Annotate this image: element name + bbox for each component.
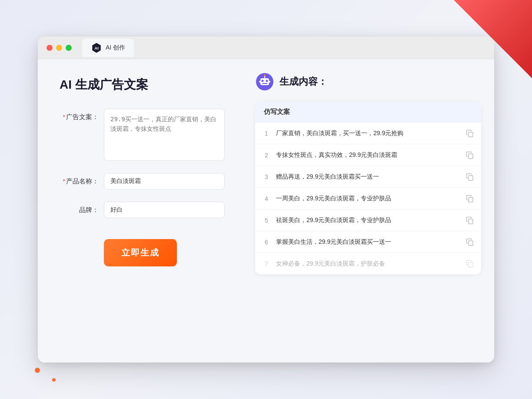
row-content: 一周美白，29.9元美白淡斑霜，专业护肤品 [276, 194, 460, 203]
table-row: 1 厂家直销，美白淡斑霜，买一送一，29.9元抢购 [255, 123, 481, 144]
right-panel: 生成内容： 仿写文案 1 厂家直销，美白淡斑霜，买一送一，29.9元抢购 2 专… [246, 59, 494, 362]
maximize-button[interactable] [66, 45, 72, 51]
row-number: 4 [262, 195, 271, 202]
copy-icon[interactable] [466, 129, 474, 138]
svg-rect-6 [262, 83, 267, 84]
dot-decoration-1 [35, 368, 40, 373]
table-header: 仿写文案 [255, 102, 481, 123]
table-row: 3 赠品再送，29.9元美白淡斑霜买一送一 [255, 166, 481, 188]
svg-rect-17 [469, 263, 473, 267]
row-number: 3 [262, 173, 271, 180]
row-content: 女神必备，29.9元美白淡斑霜，护肤必备 [276, 259, 460, 268]
svg-point-10 [269, 81, 270, 83]
svg-rect-3 [260, 78, 269, 85]
copy-icon[interactable] [466, 151, 474, 160]
brand-group: 品牌： [60, 202, 225, 218]
svg-rect-13 [469, 176, 473, 180]
row-number: 6 [262, 239, 271, 246]
svg-rect-12 [469, 154, 473, 159]
minimize-button[interactable] [56, 45, 62, 51]
row-content: 厂家直销，美白淡斑霜，买一送一，29.9元抢购 [276, 129, 460, 138]
brand-label: 品牌： [60, 202, 99, 214]
row-number: 7 [262, 260, 271, 267]
svg-rect-14 [469, 197, 473, 202]
traffic-lights [47, 45, 72, 51]
svg-rect-15 [469, 219, 473, 224]
ad-copy-input[interactable] [104, 109, 225, 161]
table-row: 2 专抹女性斑点，真实功效，29.9元美白淡斑霜 [255, 144, 481, 166]
ai-logo-icon: AI [91, 42, 102, 53]
page-title: AI 生成广告文案 [60, 76, 225, 93]
ad-copy-label: *广告文案： [60, 109, 99, 121]
robot-icon [255, 72, 274, 91]
row-content: 祛斑美白，29.9元美白淡斑霜，专业护肤品 [276, 216, 460, 225]
ad-copy-group: *广告文案： [60, 109, 225, 161]
brand-input[interactable] [104, 202, 225, 218]
row-content: 掌握美白生活，29.9元美白淡斑霜买一送一 [276, 237, 460, 246]
copy-icon[interactable] [466, 173, 474, 181]
copy-icon[interactable] [466, 238, 474, 246]
result-table: 仿写文案 1 厂家直销，美白淡斑霜，买一送一，29.9元抢购 2 专抹女性斑点，… [255, 102, 481, 274]
copy-icon[interactable] [466, 216, 474, 225]
ai-tab[interactable]: AI AI 创作 [82, 39, 134, 57]
product-name-label: *产品名称： [60, 173, 99, 186]
browser-window: AI AI 创作 AI 生成广告文案 *广告文案： *产品名称： [38, 37, 494, 362]
title-bar: AI AI 创作 [38, 37, 494, 59]
tab-label: AI 创作 [106, 44, 125, 52]
product-name-group: *产品名称： [60, 173, 225, 190]
copy-icon[interactable] [466, 194, 474, 203]
table-row: 7 女神必备，29.9元美白淡斑霜，护肤必备 [255, 253, 481, 274]
result-header: 生成内容： [255, 72, 481, 91]
generate-button[interactable]: 立即生成 [104, 239, 177, 266]
row-content: 赠品再送，29.9元美白淡斑霜买一送一 [276, 172, 460, 181]
product-name-input[interactable] [104, 173, 225, 190]
svg-text:AI: AI [94, 46, 99, 50]
dot-decoration-2 [52, 378, 56, 382]
svg-rect-16 [469, 241, 473, 246]
results-list: 1 厂家直销，美白淡斑霜，买一送一，29.9元抢购 2 专抹女性斑点，真实功效，… [255, 123, 481, 274]
row-number: 2 [262, 152, 271, 159]
row-number: 5 [262, 217, 271, 224]
svg-point-8 [264, 74, 266, 76]
required-star-ad: * [63, 113, 65, 120]
close-button[interactable] [47, 45, 53, 51]
row-content: 专抹女性斑点，真实功效，29.9元美白淡斑霜 [276, 150, 460, 160]
svg-point-4 [262, 80, 264, 82]
svg-rect-11 [469, 132, 473, 137]
copy-icon[interactable] [466, 259, 474, 268]
table-row: 6 掌握美白生活，29.9元美白淡斑霜买一送一 [255, 231, 481, 253]
table-row: 5 祛斑美白，29.9元美白淡斑霜，专业护肤品 [255, 209, 481, 231]
svg-point-9 [259, 81, 261, 83]
svg-point-5 [266, 80, 268, 82]
row-number: 1 [262, 130, 271, 137]
left-panel: AI 生成广告文案 *广告文案： *产品名称： 品牌： 立 [38, 59, 246, 362]
table-row: 4 一周美白，29.9元美白淡斑霜，专业护肤品 [255, 188, 481, 209]
required-star-product: * [63, 177, 65, 185]
result-title: 生成内容： [279, 75, 327, 88]
content-area: AI 生成广告文案 *广告文案： *产品名称： 品牌： 立 [38, 59, 494, 362]
